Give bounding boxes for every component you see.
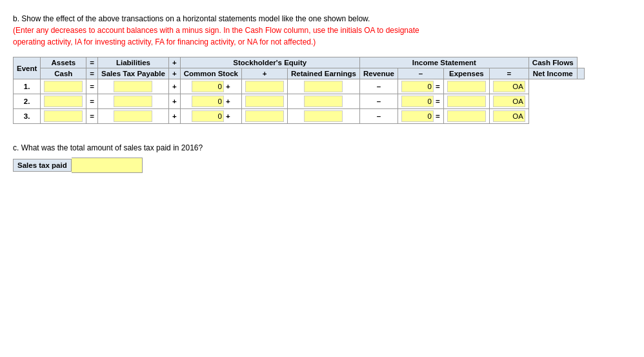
event-cell: 2. bbox=[14, 94, 41, 109]
cash-cell[interactable] bbox=[41, 79, 86, 94]
cash-flows-header: Cash Flows bbox=[528, 57, 577, 68]
horizontal-statements-table: Event Assets = Liabilities + Stockholder… bbox=[13, 57, 631, 124]
retained-earnings-header: Retained Earnings bbox=[288, 68, 360, 79]
table-row: 2. = + + – = bbox=[14, 94, 585, 109]
plus3-header: + bbox=[242, 68, 288, 79]
cash-flow-cell[interactable] bbox=[489, 109, 528, 124]
net-income-header: Net Income bbox=[528, 68, 577, 79]
plus2-header: + bbox=[168, 68, 180, 79]
common-stock-input-0[interactable] bbox=[192, 81, 224, 92]
event-cell: 3. bbox=[14, 109, 41, 124]
sales-tax-paid-input[interactable] bbox=[72, 158, 143, 173]
cashflows-header2 bbox=[577, 68, 584, 79]
sales-tax-cell[interactable] bbox=[98, 79, 169, 94]
assets-header: Assets bbox=[41, 57, 86, 68]
cash-input-1[interactable] bbox=[44, 96, 83, 107]
stockholders-equity-header: Stockholder's Equity bbox=[180, 57, 359, 68]
net-income-input-1[interactable] bbox=[447, 96, 486, 107]
revenue-input-1[interactable] bbox=[304, 96, 343, 107]
cash-flow-input-0[interactable] bbox=[493, 81, 525, 92]
revenue-input-0[interactable] bbox=[304, 81, 343, 92]
instruction-prefix: b. Show the effect of the above transact… bbox=[13, 14, 370, 23]
income-statement-header: Income Statement bbox=[359, 57, 528, 68]
net-income-cell[interactable] bbox=[443, 109, 489, 124]
minus-header: – bbox=[397, 68, 443, 79]
common-stock-cell[interactable]: + bbox=[180, 79, 241, 94]
net-income-cell[interactable] bbox=[443, 94, 489, 109]
event-cell: 1. bbox=[14, 79, 41, 94]
liabilities-header: Liabilities bbox=[98, 57, 169, 68]
cash-input-0[interactable] bbox=[44, 81, 83, 92]
cash-cell[interactable] bbox=[41, 94, 86, 109]
retained-earnings-cell[interactable] bbox=[242, 79, 288, 94]
cash-input-2[interactable] bbox=[44, 110, 83, 122]
cash-header: Cash bbox=[41, 68, 86, 79]
equals3-header: = bbox=[489, 68, 528, 79]
instruction-block: b. Show the effect of the above transact… bbox=[13, 13, 426, 48]
sales-tax-cell[interactable] bbox=[98, 109, 169, 124]
plus1-op: + bbox=[168, 94, 180, 109]
plus1-header: + bbox=[168, 57, 180, 68]
equals1-header: = bbox=[86, 57, 98, 68]
equals-op: = bbox=[86, 79, 98, 94]
sales-tax-input-0[interactable] bbox=[114, 81, 152, 92]
expenses-cell[interactable]: = bbox=[397, 79, 443, 94]
cash-cell[interactable] bbox=[41, 109, 86, 124]
minus-op: – bbox=[359, 79, 397, 94]
table-row: 1. = + + – = bbox=[14, 79, 585, 94]
expenses-cell[interactable]: = bbox=[397, 94, 443, 109]
sales-tax-input-2[interactable] bbox=[114, 110, 152, 122]
section-c: c. What was the total amount of sales ta… bbox=[13, 143, 631, 173]
equals-op: = bbox=[86, 94, 98, 109]
common-stock-cell[interactable]: + bbox=[180, 94, 241, 109]
sales-tax-input-1[interactable] bbox=[114, 96, 152, 107]
revenue-cell[interactable] bbox=[288, 79, 360, 94]
plus1-op: + bbox=[168, 109, 180, 124]
sales-tax-paid-label: Sales tax paid bbox=[13, 159, 72, 172]
expenses-input-0[interactable] bbox=[401, 81, 434, 92]
minus-op: – bbox=[359, 94, 397, 109]
common-stock-cell[interactable]: + bbox=[180, 109, 241, 124]
net-income-cell[interactable] bbox=[443, 79, 489, 94]
common-stock-input-2[interactable] bbox=[192, 110, 224, 122]
expenses-cell[interactable]: = bbox=[397, 109, 443, 124]
cash-flow-cell[interactable] bbox=[489, 79, 528, 94]
common-stock-input-1[interactable] bbox=[192, 96, 224, 107]
net-income-input-2[interactable] bbox=[447, 110, 486, 122]
common-stock-header: Common Stock bbox=[180, 68, 241, 79]
cash-flow-input-2[interactable] bbox=[493, 110, 525, 122]
equals2-header: = bbox=[86, 68, 98, 79]
expenses-input-1[interactable] bbox=[401, 96, 434, 107]
retained-earnings-input-2[interactable] bbox=[245, 110, 284, 122]
net-income-input-0[interactable] bbox=[447, 81, 486, 92]
retained-earnings-input-0[interactable] bbox=[245, 81, 284, 92]
sales-tax-payable-header: Sales Tax Payable bbox=[98, 68, 169, 79]
section-c-answer-row: Sales tax paid bbox=[13, 158, 631, 173]
revenue-cell[interactable] bbox=[288, 94, 360, 109]
revenue-header: Revenue bbox=[359, 68, 397, 79]
revenue-cell[interactable] bbox=[288, 109, 360, 124]
retained-earnings-cell[interactable] bbox=[242, 94, 288, 109]
plus1-op: + bbox=[168, 79, 180, 94]
table-row: 3. = + + – = bbox=[14, 109, 585, 124]
cash-flow-cell[interactable] bbox=[489, 94, 528, 109]
sales-tax-cell[interactable] bbox=[98, 94, 169, 109]
retained-earnings-input-1[interactable] bbox=[245, 96, 284, 107]
retained-earnings-cell[interactable] bbox=[242, 109, 288, 124]
expenses-header: Expenses bbox=[443, 68, 489, 79]
expenses-input-2[interactable] bbox=[401, 110, 434, 122]
equals-op: = bbox=[86, 109, 98, 124]
minus-op: – bbox=[359, 109, 397, 124]
cash-flow-input-1[interactable] bbox=[493, 96, 525, 107]
event-header: Event bbox=[14, 57, 41, 79]
revenue-input-2[interactable] bbox=[304, 110, 343, 122]
section-c-question: c. What was the total amount of sales ta… bbox=[13, 143, 631, 152]
instruction-red: (Enter any decreases to account balances… bbox=[13, 26, 419, 46]
